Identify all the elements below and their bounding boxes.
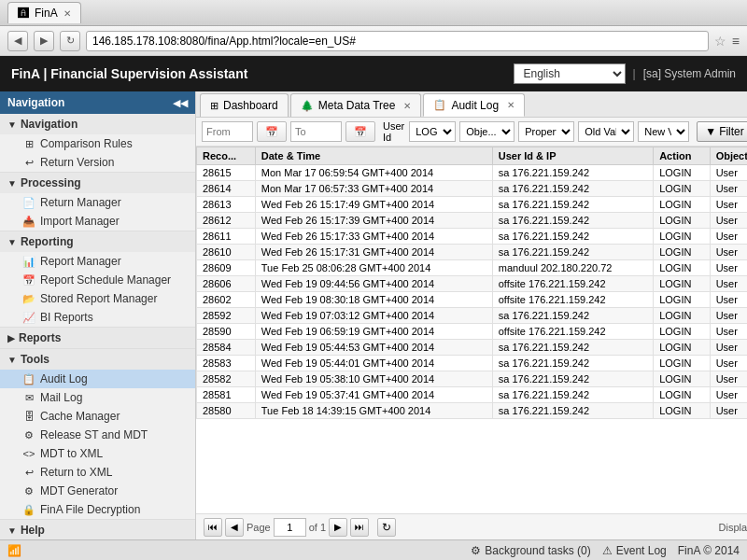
bookmark-button[interactable]: ☆ — [714, 34, 726, 49]
language-select[interactable]: English — [514, 63, 626, 84]
sidebar-item-return-version[interactable]: ↩ Return Version — [0, 153, 195, 172]
first-page-button[interactable]: ⏮ — [204, 518, 222, 537]
event-log[interactable]: ⚠ Event Log — [602, 544, 667, 557]
sidebar-group-reporting[interactable]: ▼ Reporting — [0, 231, 195, 252]
new-val-select[interactable]: New Va... — [638, 121, 689, 142]
reporting-arrow-icon: ▼ — [7, 237, 17, 247]
from-calendar-button[interactable]: 📅 — [257, 121, 287, 142]
of-label: of 1 — [309, 522, 326, 533]
table-row[interactable]: 28581 Wed Feb 19 05:37:41 GMT+400 2014 s… — [197, 387, 748, 403]
sidebar-item-mdt-generator[interactable]: ⚙ MDT Generator — [0, 482, 195, 500]
object-select[interactable]: Obje... — [459, 121, 514, 142]
background-tasks-label: Background tasks (0) — [485, 544, 590, 557]
sidebar-item-return-manager[interactable]: 📄 Return Manager — [0, 193, 195, 212]
tab-meta-data-tree[interactable]: 🌲 Meta Data Tree ✕ — [290, 93, 422, 117]
sidebar-group-processing[interactable]: ▼ Processing — [0, 173, 195, 193]
sidebar-group-reports[interactable]: ▶ Reports — [0, 328, 195, 348]
back-button[interactable]: ◀ — [7, 31, 28, 51]
to-calendar-button[interactable]: 📅 — [345, 121, 375, 142]
cell-user-ip: sa 176.221.159.242 — [492, 181, 653, 197]
tab-audit-log-close[interactable]: ✕ — [507, 100, 514, 110]
sidebar-group-tools[interactable]: ▼ Tools — [0, 349, 195, 370]
browser-tab-close[interactable]: ✕ — [63, 8, 71, 19]
from-input[interactable] — [202, 121, 253, 142]
tab-audit-log[interactable]: 📋 Audit Log ✕ — [423, 93, 525, 117]
sidebar-item-cache-manager[interactable]: 🗄 Cache Manager — [0, 407, 195, 426]
pagination-controls: ⏮ ◀ Page of 1 ▶ ⏭ ↻ — [204, 518, 396, 537]
sidebar-item-bi-reports[interactable]: 📈 BI Reports — [0, 308, 195, 327]
table-row[interactable]: 28580 Tue Feb 18 14:39:15 GMT+400 2014 s… — [197, 403, 748, 419]
table-row[interactable]: 28615 Mon Mar 17 06:59:54 GMT+400 2014 s… — [197, 165, 748, 181]
to-input[interactable] — [290, 121, 342, 142]
sidebar-item-import-manager[interactable]: 📥 Import Manager — [0, 212, 195, 231]
filter-button[interactable]: ▼ Filter — [697, 121, 747, 142]
refresh-button[interactable]: ↻ — [60, 31, 80, 51]
sidebar-item-return-to-xml[interactable]: ↩ Return to XML — [0, 463, 195, 482]
cell-record: 28602 — [197, 292, 256, 308]
table-row[interactable]: 28583 Wed Feb 19 05:44:01 GMT+400 2014 s… — [197, 356, 748, 371]
table-row[interactable]: 28611 Wed Feb 26 15:17:33 GMT+400 2014 s… — [197, 229, 748, 245]
sidebar-item-release-st-mdt[interactable]: ⚙ Release ST and MDT — [0, 426, 195, 444]
sidebar-item-report-schedule-manager[interactable]: 📅 Report Schedule Manager — [0, 271, 195, 289]
content-tab-bar: ⊞ Dashboard 🌲 Meta Data Tree ✕ 📋 Audit L… — [196, 91, 747, 118]
tab-dashboard[interactable]: ⊞ Dashboard — [200, 93, 289, 117]
cell-record: 28615 — [197, 165, 256, 181]
page-number-input[interactable] — [274, 518, 306, 537]
cell-user-ip: manduul 202.180.220.72 — [492, 260, 653, 276]
tab-meta-data-tree-close[interactable]: ✕ — [403, 101, 411, 111]
event-log-label: Event Log — [616, 544, 667, 557]
sidebar-item-audit-log[interactable]: 📋 Audit Log — [0, 370, 195, 388]
mdt-generator-icon: ⚙ — [22, 485, 35, 497]
table-row[interactable]: 28609 Tue Feb 25 08:06:28 GMT+400 2014 m… — [197, 260, 748, 276]
table-row[interactable]: 28592 Wed Feb 19 07:03:12 GMT+400 2014 s… — [197, 308, 748, 324]
next-page-button[interactable]: ▶ — [329, 518, 347, 537]
dashboard-tab-icon: ⊞ — [210, 100, 218, 112]
sidebar-item-comparison-rules[interactable]: ⊞ Comparison Rules — [0, 134, 195, 153]
sidebar-header: Navigation ◀◀ — [0, 91, 195, 114]
cell-action: LOGIN — [654, 308, 710, 324]
last-page-button[interactable]: ⏭ — [350, 518, 369, 537]
browser-tab[interactable]: 🅰 FinA ✕ — [7, 2, 81, 23]
sidebar-item-mdt-to-xml[interactable]: <> MDT to XML — [0, 444, 195, 463]
table-row[interactable]: 28582 Wed Feb 19 05:38:10 GMT+400 2014 s… — [197, 371, 748, 387]
cell-datetime: Wed Feb 19 06:59:19 GMT+400 2014 — [255, 324, 492, 340]
cell-object: User — [710, 229, 747, 245]
mail-log-icon: ✉ — [22, 392, 35, 404]
table-row[interactable]: 28584 Wed Feb 19 05:44:53 GMT+400 2014 s… — [197, 340, 748, 356]
address-bar[interactable] — [86, 31, 709, 51]
browser-menu-button[interactable]: ≡ — [732, 34, 740, 49]
table-row[interactable]: 28612 Wed Feb 26 15:17:39 GMT+400 2014 s… — [197, 213, 748, 229]
prev-page-button[interactable]: ◀ — [225, 518, 244, 537]
sidebar-item-fina-file-decryption[interactable]: 🔒 FinA File Decryption — [0, 500, 195, 519]
background-tasks[interactable]: ⚙ Background tasks (0) — [471, 544, 590, 557]
sidebar-item-stored-report-manager[interactable]: 📂 Stored Report Manager — [0, 289, 195, 308]
cell-user-ip: sa 176.221.159.242 — [492, 308, 653, 324]
sidebar-group-navigation[interactable]: ▼ Navigation — [0, 114, 195, 134]
cell-action: LOGIN — [654, 245, 710, 260]
pagination-bar: ⏮ ◀ Page of 1 ▶ ⏭ ↻ Displaying 1 - 33 of… — [196, 513, 747, 539]
cell-object: User — [710, 245, 747, 260]
log-select[interactable]: LOG — [409, 121, 456, 142]
cell-object: User — [710, 371, 747, 387]
audit-log-icon: 📋 — [22, 373, 35, 385]
col-action: Action — [654, 147, 710, 165]
col-user-ip: User Id & IP — [492, 147, 653, 165]
forward-button[interactable]: ▶ — [34, 31, 54, 51]
sidebar-section-processing: ▼ Processing 📄 Return Manager 📥 Import M… — [0, 173, 195, 231]
table-row[interactable]: 28614 Mon Mar 17 06:57:33 GMT+400 2014 s… — [197, 181, 748, 197]
sidebar-item-report-manager[interactable]: 📊 Report Manager — [0, 252, 195, 271]
table-row[interactable]: 28613 Wed Feb 26 15:17:49 GMT+400 2014 s… — [197, 197, 748, 213]
table-row[interactable]: 28610 Wed Feb 26 15:17:31 GMT+400 2014 s… — [197, 245, 748, 260]
sidebar-collapse-button[interactable]: ◀◀ — [173, 97, 188, 109]
table-row[interactable]: 28602 Wed Feb 19 08:30:18 GMT+400 2014 o… — [197, 292, 748, 308]
cell-object: User — [710, 403, 747, 419]
page-refresh-button[interactable]: ↻ — [377, 518, 396, 537]
table-row[interactable]: 28590 Wed Feb 19 06:59:19 GMT+400 2014 o… — [197, 324, 748, 340]
reports-arrow-icon: ▶ — [7, 333, 15, 343]
sidebar-section-tools: ▼ Tools 📋 Audit Log ✉ Mail Log 🗄 Cache M… — [0, 349, 195, 520]
sidebar-item-mail-log[interactable]: ✉ Mail Log — [0, 388, 195, 407]
property-select[interactable]: Propert — [518, 121, 574, 142]
table-row[interactable]: 28606 Wed Feb 19 09:44:56 GMT+400 2014 o… — [197, 276, 748, 292]
sidebar-group-help[interactable]: ▼ Help — [0, 520, 195, 539]
old-val-select[interactable]: Old Val... — [578, 121, 634, 142]
